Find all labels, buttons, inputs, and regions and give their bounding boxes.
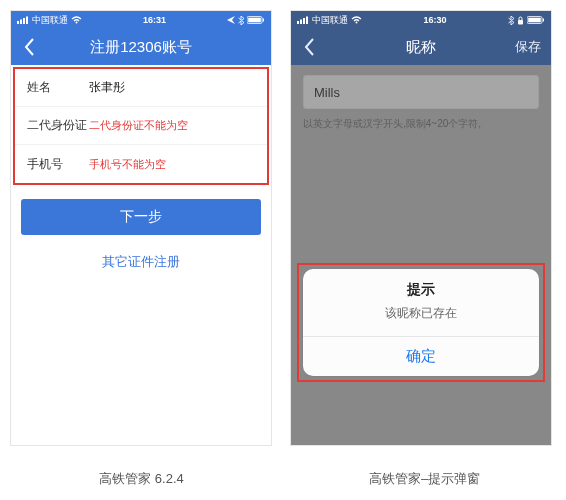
bluetooth-icon — [238, 16, 244, 25]
nickname-value: Mills — [314, 85, 340, 100]
phone-label: 手机号 — [27, 156, 89, 173]
dialog-message: 该昵称已存在 — [303, 299, 539, 336]
svg-rect-8 — [297, 21, 299, 24]
svg-rect-0 — [17, 21, 19, 24]
nav-bar: 注册12306账号 — [11, 29, 271, 65]
carrier-label: 中国联通 — [312, 14, 348, 27]
row-id[interactable]: 二代身份证 二代身份证不能为空 — [15, 107, 267, 145]
carrier-label: 中国联通 — [32, 14, 68, 27]
name-value: 张聿彤 — [89, 79, 125, 96]
phone-error: 手机号不能为空 — [89, 157, 166, 172]
nickname-hint: 以英文字母或汉字开头,限制4~20个字符, — [303, 117, 539, 131]
clock-label: 16:31 — [143, 15, 166, 25]
caption-left: 高铁管家 6.2.4 — [0, 470, 283, 488]
row-name[interactable]: 姓名 张聿彤 — [15, 69, 267, 107]
wifi-icon — [351, 16, 362, 24]
status-bar: 中国联通 16:31 — [11, 11, 271, 29]
next-button-label: 下一步 — [120, 208, 162, 226]
save-button[interactable]: 保存 — [515, 29, 541, 65]
clock-label: 16:30 — [423, 15, 446, 25]
battery-icon — [527, 16, 545, 24]
phone-right: 中国联通 16:30 昵称 保存 Mills — [290, 10, 552, 446]
svg-rect-7 — [263, 19, 264, 22]
svg-rect-16 — [543, 19, 544, 22]
svg-rect-6 — [248, 18, 261, 23]
svg-rect-9 — [300, 20, 302, 25]
row-phone[interactable]: 手机号 手机号不能为空 — [15, 145, 267, 183]
signal-icon — [17, 16, 29, 24]
location-icon — [227, 16, 235, 24]
alert-dialog: 提示 该昵称已存在 确定 — [303, 269, 539, 376]
battery-icon — [247, 16, 265, 24]
alt-register-link[interactable]: 其它证件注册 — [11, 253, 271, 271]
nav-title: 注册12306账号 — [90, 38, 192, 57]
id-label: 二代身份证 — [27, 117, 89, 134]
svg-rect-2 — [23, 18, 25, 24]
svg-rect-13 — [518, 20, 523, 25]
next-button[interactable]: 下一步 — [21, 199, 261, 235]
nav-title: 昵称 — [406, 38, 436, 57]
svg-rect-1 — [20, 20, 22, 25]
back-button[interactable] — [15, 29, 43, 65]
phone-left: 中国联通 16:31 注册12306账号 姓名 张聿彤 — [10, 10, 272, 446]
error-highlight-frame: 姓名 张聿彤 二代身份证 二代身份证不能为空 手机号 手机号不能为空 — [13, 67, 269, 185]
back-button[interactable] — [295, 29, 323, 65]
lock-icon — [517, 16, 524, 25]
signal-icon — [297, 16, 309, 24]
svg-point-4 — [76, 22, 78, 24]
dialog-title: 提示 — [303, 269, 539, 299]
form: 姓名 张聿彤 二代身份证 二代身份证不能为空 手机号 手机号不能为空 — [15, 69, 267, 183]
wifi-icon — [71, 16, 82, 24]
status-bar: 中国联通 16:30 — [291, 11, 551, 29]
save-label: 保存 — [515, 38, 541, 56]
dialog-highlight-frame: 提示 该昵称已存在 确定 — [297, 263, 545, 382]
nav-bar: 昵称 保存 — [291, 29, 551, 65]
dialog-confirm-label: 确定 — [406, 347, 436, 364]
svg-point-12 — [356, 22, 358, 24]
id-error: 二代身份证不能为空 — [89, 118, 188, 133]
name-label: 姓名 — [27, 79, 89, 96]
bluetooth-icon — [508, 16, 514, 25]
svg-rect-3 — [26, 17, 28, 25]
nickname-input[interactable]: Mills — [303, 75, 539, 109]
alt-register-label: 其它证件注册 — [102, 254, 180, 269]
svg-rect-15 — [528, 18, 541, 23]
caption-right: 高铁管家–提示弹窗 — [283, 470, 566, 488]
dialog-confirm-button[interactable]: 确定 — [303, 337, 539, 376]
svg-rect-11 — [306, 17, 308, 25]
svg-rect-10 — [303, 18, 305, 24]
captions: 高铁管家 6.2.4 高铁管家–提示弹窗 — [0, 470, 566, 488]
